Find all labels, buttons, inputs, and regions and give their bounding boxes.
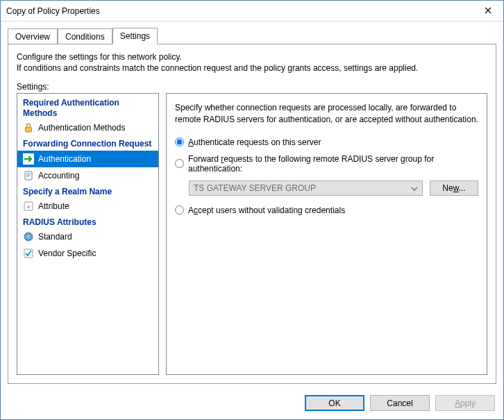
- sidebar-item-attribute[interactable]: a Attribute: [17, 198, 158, 215]
- globe-icon: [23, 231, 34, 242]
- sidebar-item-label: Attribute: [38, 201, 69, 211]
- cancel-button[interactable]: Cancel: [370, 395, 430, 411]
- tab-underline: [8, 44, 496, 44]
- radio-forward-remote[interactable]: Forward requests to the following remote…: [175, 154, 478, 174]
- svg-rect-2: [25, 171, 32, 180]
- check-icon: [23, 248, 34, 259]
- radio-accept-without-validate-input[interactable]: [175, 205, 184, 215]
- close-button[interactable]: [472, 1, 503, 21]
- lock-icon: [23, 122, 34, 133]
- radio-label: Accept users without validating credenti…: [188, 205, 345, 215]
- tab-row: Overview Conditions Settings: [1, 22, 503, 44]
- sidebar-item-label: Authentication: [38, 154, 91, 164]
- settings-sidebar: Required Authentication Methods Authenti…: [17, 93, 159, 375]
- attribute-icon: a: [23, 201, 34, 212]
- sidebar-item-label: Standard: [38, 232, 72, 242]
- svg-rect-0: [26, 127, 32, 132]
- titlebar: Copy of Policy Properties: [1, 1, 503, 22]
- tab-overview[interactable]: Overview: [8, 28, 58, 44]
- radio-accept-without-validate[interactable]: Accept users without validating credenti…: [175, 205, 478, 215]
- sidebar-group-required-auth: Required Authentication Methods: [17, 95, 158, 119]
- forward-group-row: TS GATEWAY SERVER GROUP New...: [189, 180, 478, 196]
- sidebar-group-forwarding: Forwarding Connection Request: [17, 136, 158, 150]
- sidebar-item-authentication[interactable]: Authentication: [17, 151, 158, 167]
- svg-text:a: a: [27, 203, 30, 210]
- settings-label: Settings:: [17, 82, 487, 92]
- tab-panel-settings: Configure the settings for this network …: [8, 44, 496, 384]
- sidebar-group-radius-attrs: RADIUS Attributes: [17, 215, 158, 228]
- document-icon: [23, 170, 34, 181]
- ok-button[interactable]: OK: [305, 395, 364, 411]
- combo-value: TS GATEWAY SERVER GROUP: [194, 183, 316, 193]
- sidebar-item-standard[interactable]: Standard: [17, 228, 158, 245]
- detail-description: Specify whether connection requests are …: [175, 102, 478, 124]
- radio-label: Authenticate requests on this server: [188, 137, 321, 147]
- tab-settings[interactable]: Settings: [112, 28, 158, 44]
- intro-text: Configure the settings for this network …: [17, 51, 487, 74]
- tab-conditions[interactable]: Conditions: [58, 28, 112, 44]
- radio-authenticate-local[interactable]: Authenticate requests on this server: [175, 137, 478, 147]
- sidebar-item-accounting[interactable]: Accounting: [17, 167, 158, 184]
- radio-authenticate-local-input[interactable]: [175, 137, 184, 146]
- radio-label: Forward requests to the following remote…: [188, 154, 478, 174]
- new-group-button[interactable]: New...: [430, 180, 478, 196]
- intro-line2: If conditions and constraints match the …: [17, 62, 487, 74]
- sidebar-item-auth-methods[interactable]: Authentication Methods: [17, 119, 158, 136]
- detail-panel: Specify whether connection requests are …: [166, 93, 487, 375]
- window-title: Copy of Policy Properties: [6, 6, 472, 16]
- sidebar-item-label: Vendor Specific: [38, 249, 96, 258]
- split-pane: Required Authentication Methods Authenti…: [17, 93, 487, 375]
- dialog-footer: OK Cancel Apply: [1, 389, 503, 419]
- sidebar-item-vendor-specific[interactable]: Vendor Specific: [17, 245, 158, 262]
- radio-forward-remote-input[interactable]: [175, 159, 184, 168]
- sidebar-item-label: Authentication Methods: [38, 123, 125, 133]
- sidebar-item-label: Accounting: [38, 171, 79, 180]
- svg-rect-6: [24, 249, 33, 258]
- sidebar-group-realm: Specify a Realm Name: [17, 184, 158, 198]
- chevron-down-icon: [411, 183, 418, 193]
- radius-group-combo[interactable]: TS GATEWAY SERVER GROUP: [189, 180, 423, 196]
- intro-line1: Configure the settings for this network …: [17, 51, 487, 62]
- dialog-window: Copy of Policy Properties Overview Condi…: [0, 0, 504, 420]
- close-icon: [485, 6, 492, 16]
- arrow-right-icon: [23, 153, 34, 165]
- apply-button[interactable]: Apply: [435, 395, 495, 411]
